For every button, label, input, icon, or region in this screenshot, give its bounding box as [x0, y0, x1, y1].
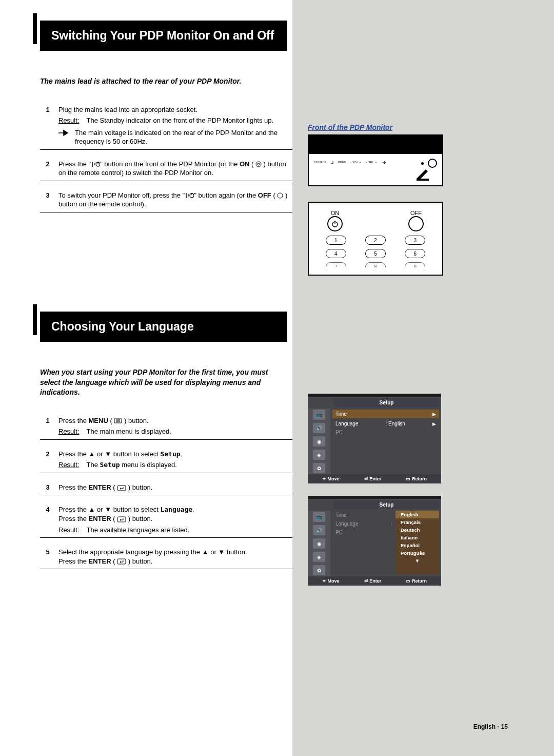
page-footer: English - 15 — [473, 723, 508, 730]
standby-led-icon — [421, 162, 424, 165]
setup-icon: ◈ — [313, 552, 325, 562]
intro-language: When you start using your PDP Monitor fo… — [40, 367, 287, 398]
enter-icon — [117, 558, 126, 565]
enter-icon — [117, 485, 126, 491]
section-language: Choosing Your Language When you start us… — [31, 312, 287, 576]
picture-icon: 📺 — [313, 410, 325, 420]
power-icon — [331, 220, 339, 227]
channel-icon: ◉ — [313, 538, 325, 549]
svg-rect-16 — [117, 517, 126, 522]
monitor-front-figure: SOURCE MENU - VOL + ∨ SEL ∧ I/⏻ — [308, 134, 443, 186]
enter-icon — [117, 516, 126, 522]
steps-table-1: 1 Plug the mains lead into an appropriat… — [40, 102, 296, 219]
function-icon: ✿ — [313, 565, 325, 575]
svg-rect-17 — [117, 559, 126, 564]
power-icon: / — [91, 161, 100, 167]
svg-point-4 — [256, 162, 261, 167]
remote-digit-button: 1 — [326, 236, 346, 245]
remote-digit-button: 7 — [326, 262, 346, 267]
pointer-icon — [58, 129, 70, 137]
function-icon: ✿ — [313, 463, 325, 473]
remote-digit-button: 2 — [365, 236, 386, 245]
svg-point-10 — [278, 193, 283, 198]
remote-digit-button: 3 — [405, 236, 425, 245]
remote-digit-button: 9 — [405, 262, 425, 267]
steps-table-2: 1 Press the MENU ( ) button. Result: The… — [40, 413, 296, 576]
osd-setup-2: Setup 📺 🔊 ◉ ◈ ✿ Time Language: PC — [308, 496, 441, 586]
remote-off-icon — [277, 192, 283, 199]
svg-text:/: / — [188, 193, 189, 199]
remote-on-icon — [255, 161, 262, 167]
svg-point-5 — [258, 163, 260, 165]
osd-category-icons: 📺 🔊 ◉ ◈ ✿ — [308, 511, 330, 576]
intro-switching: The mains lead is attached to the rear o… — [40, 76, 287, 87]
step-text: To switch your PDP Monitor off, press th… — [58, 188, 296, 212]
enter-small-icon — [330, 161, 333, 166]
remote-digit-button: 6 — [405, 249, 425, 258]
front-panel-caption: Front of the PDP Monitor — [308, 123, 523, 131]
menu-icon — [114, 418, 122, 423]
remote-on-button — [327, 216, 343, 231]
channel-icon: ◉ — [313, 436, 325, 447]
step-text: Press the "/" button on the front of the… — [58, 157, 296, 181]
heading-switching: Switching Your PDP Monitor On and Off — [40, 21, 287, 51]
remote-digit-button: 5 — [365, 249, 386, 258]
language-dropdown: English Français Deutsch Italiano Españo… — [395, 511, 439, 574]
step-number: 1 — [40, 102, 58, 150]
remote-off-button — [408, 216, 424, 231]
step-number: 2 — [40, 157, 58, 181]
result-label: Result: — [58, 116, 79, 125]
section-switching: Switching Your PDP Monitor On and Off Th… — [31, 21, 287, 219]
step-number: 3 — [40, 188, 58, 212]
setup-icon: ◈ — [313, 450, 325, 460]
remote-digit-button: 4 — [326, 249, 346, 258]
step-text: Plug the mains lead into an appropriate … — [58, 102, 296, 150]
svg-text:/: / — [94, 162, 95, 167]
remote-digit-button: 8 — [365, 262, 386, 267]
svg-rect-15 — [117, 486, 126, 491]
sound-icon: 🔊 — [313, 525, 325, 535]
remote-figure: ON OFF 1 2 3 4 5 6 — [308, 202, 443, 276]
osd-category-icons: 📺 🔊 ◉ ◈ ✿ — [308, 409, 330, 474]
picture-icon: 📺 — [313, 512, 325, 522]
ir-sensor-icon — [428, 159, 437, 168]
result-text: The Standby indicator on the front of th… — [86, 116, 273, 125]
sound-icon: 🔊 — [313, 423, 325, 433]
heading-language: Choosing Your Language — [40, 312, 287, 342]
osd-setup-1: Setup 📺 🔊 ◉ ◈ ✿ Time▶ Language: English▶… — [308, 394, 441, 483]
voltage-note: The main voltage is indicated on the rea… — [58, 128, 293, 146]
power-icon: / — [185, 192, 194, 199]
